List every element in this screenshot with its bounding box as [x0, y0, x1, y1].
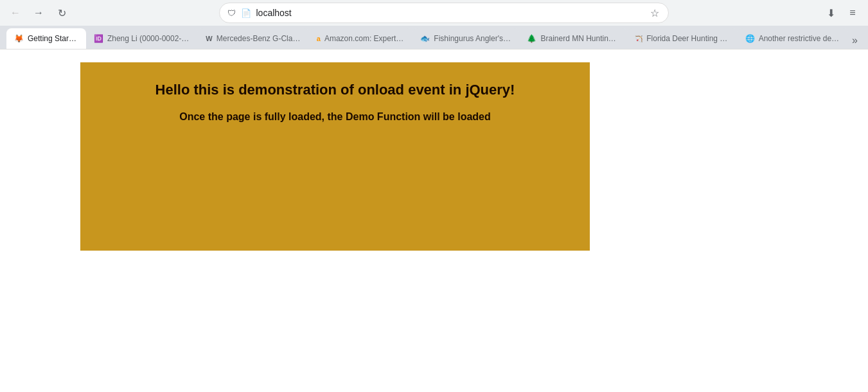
- tab-label-florida: Florida Deer Hunting S...: [646, 34, 729, 43]
- demo-box: Hello this is demonstration of onload ev…: [80, 62, 590, 251]
- demo-heading: Hello this is demonstration of onload ev…: [155, 82, 515, 98]
- download-button[interactable]: ⬇: [822, 4, 840, 22]
- tab-mercedes[interactable]: W Mercedes-Benz G-Clas...: [198, 28, 308, 49]
- tab-favicon-zheng-li: 🆔: [94, 34, 103, 43]
- tab-favicon-another: 🌐: [745, 34, 755, 43]
- tab-another[interactable]: 🌐 Another restrictive dee...: [738, 28, 848, 49]
- tab-zheng-li[interactable]: 🆔 Zheng Li (0000-0002-3...: [86, 28, 198, 49]
- menu-button[interactable]: ≡: [844, 4, 862, 22]
- tab-label-brainerd: Brainerd MN Hunting ...: [540, 34, 619, 43]
- page-content: Hello this is demonstration of onload ev…: [0, 49, 868, 263]
- nav-bar: ← → ↻ 🛡 📄 localhost ☆ ⬇ ≡: [0, 0, 868, 26]
- browser-chrome: ← → ↻ 🛡 📄 localhost ☆ ⬇ ≡ 🦊 Getting Star…: [0, 0, 868, 49]
- tab-fishingurus[interactable]: 🐟 Fishingurus Angler's l...: [412, 28, 519, 49]
- tab-getting-started[interactable]: 🦊 Getting Started: [6, 28, 86, 49]
- tab-favicon-amazon: a: [317, 35, 321, 42]
- tab-label-fishingurus: Fishingurus Angler's l...: [434, 34, 511, 43]
- tab-label-mercedes: Mercedes-Benz G-Clas...: [217, 34, 301, 43]
- tabs-overflow-button[interactable]: »: [848, 32, 862, 49]
- tab-label-zheng-li: Zheng Li (0000-0002-3...: [107, 34, 190, 43]
- url-text: localhost: [256, 8, 644, 18]
- tab-brainerd[interactable]: 🌲 Brainerd MN Hunting ...: [519, 28, 627, 49]
- tab-favicon-fishingurus: 🐟: [420, 34, 430, 43]
- forward-button[interactable]: →: [30, 4, 48, 22]
- tab-amazon[interactable]: a Amazon.com: ExpertP...: [309, 28, 413, 49]
- shield-icon: 🛡: [227, 8, 236, 18]
- tab-label-getting-started: Getting Started: [28, 34, 78, 43]
- tab-label-another: Another restrictive dee...: [759, 34, 840, 43]
- tab-favicon-mercedes: W: [206, 35, 212, 42]
- tab-favicon-florida: 🏹: [635, 35, 642, 42]
- back-button[interactable]: ←: [6, 4, 24, 22]
- tab-favicon-getting-started: 🦊: [14, 34, 24, 43]
- tab-bar: 🦊 Getting Started 🆔 Zheng Li (0000-0002-…: [0, 26, 868, 49]
- tab-florida[interactable]: 🏹 Florida Deer Hunting S...: [627, 28, 737, 49]
- page-icon: 📄: [241, 8, 251, 18]
- toolbar-right: ⬇ ≡: [822, 4, 862, 22]
- demo-subtext: Once the page is fully loaded, the Demo …: [179, 111, 491, 123]
- tab-label-amazon: Amazon.com: ExpertP...: [324, 34, 405, 43]
- bookmark-button[interactable]: ☆: [649, 6, 660, 21]
- address-bar[interactable]: 🛡 📄 localhost ☆: [219, 3, 669, 23]
- tab-favicon-brainerd: 🌲: [527, 34, 536, 43]
- refresh-button[interactable]: ↻: [53, 4, 71, 22]
